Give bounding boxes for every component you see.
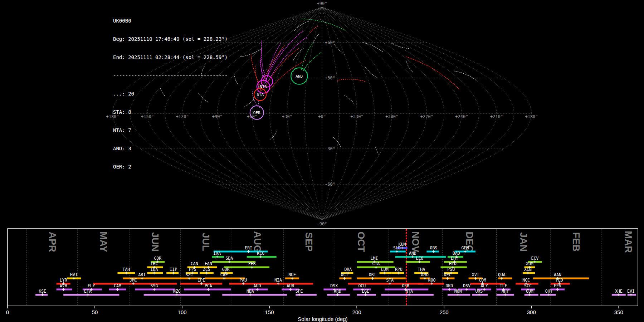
x-tick-label: 150 xyxy=(265,309,274,315)
shower-label-avb: AVB xyxy=(60,283,67,288)
trail-spo xyxy=(243,99,254,107)
trail-nta xyxy=(261,40,267,80)
radiant-label-and: AND xyxy=(296,74,303,79)
map-meridian xyxy=(322,7,409,220)
map-lon-label: +0° xyxy=(318,114,326,119)
sky-map: +180°+150°+120°+90°+60°+30°+0°+330°+300°… xyxy=(0,0,644,228)
trail-spo xyxy=(333,137,341,146)
shower-label-ari: ARI xyxy=(138,272,146,277)
trail-spo xyxy=(294,21,309,31)
trail-spo xyxy=(375,146,379,155)
x-tick-label: 300 xyxy=(527,309,536,315)
shower-label-evi: EVI xyxy=(627,289,635,294)
month-label-jan: JAN xyxy=(518,232,529,252)
shower-label-dad: DAD xyxy=(453,251,460,256)
shower-label-fed: FED xyxy=(556,278,563,283)
map-lon-label: +210° xyxy=(490,114,503,119)
map-meridian xyxy=(322,7,340,220)
shower-label-spe: SPE xyxy=(296,289,303,294)
shower-label-lmi: LMI xyxy=(371,256,378,261)
shower-label-jmc: JMC xyxy=(130,278,137,283)
info-block: UK00B0 Beg: 20251110 17:46:40 (sol = 228… xyxy=(113,6,228,182)
shower-label-oer: OER xyxy=(402,283,409,288)
count-sporadic: ...: 20 xyxy=(113,91,228,97)
shower-label-dpc: DPC xyxy=(444,272,452,277)
count-sta: STA: 8 xyxy=(113,109,228,115)
shower-label-ecv: ECV xyxy=(531,256,539,261)
station-id: UK00B0 xyxy=(113,18,228,24)
shower-label-szc: SZC xyxy=(185,272,193,277)
shower-label-oct: OCT xyxy=(341,272,348,277)
shower-label-obs: OBS xyxy=(430,245,438,250)
map-meridian xyxy=(252,7,322,220)
trail-sta xyxy=(406,57,460,90)
shower-label-qua: QUA xyxy=(498,272,506,277)
x-axis-title: Solar longitude (deg) xyxy=(298,316,347,322)
trail-spo xyxy=(334,43,345,54)
count-nta: NTA: 7 xyxy=(113,127,228,133)
trail-spo xyxy=(406,60,413,72)
shower-label-hvi: HVI xyxy=(70,272,78,277)
shower-label-urs: URS xyxy=(475,289,483,294)
shower-label-per: PER xyxy=(248,261,256,266)
shower-label-com: COM xyxy=(479,278,486,283)
map-lon-label: +240° xyxy=(455,114,468,119)
shower-label-dra: DRA xyxy=(344,267,352,272)
meteor-observation-screen: +180°+150°+120°+90°+60°+30°+0°+330°+300°… xyxy=(0,0,644,322)
shower-label-ipe: IPE xyxy=(197,278,205,283)
activity-timeline: APRMAYJUNJULAUGSEPOCTNOVDECJANFEBMARKUME… xyxy=(0,228,644,322)
session-begin: Beg: 20251110 17:46:40 (sol = 228.23°) xyxy=(113,36,228,42)
shower-label-gem: GEM xyxy=(461,245,469,250)
shower-label-eta: ETA xyxy=(84,289,92,294)
month-label-oct: OCT xyxy=(356,232,366,253)
shower-label-fan: FAN xyxy=(205,261,212,266)
shower-label-fev: FEV xyxy=(554,283,561,288)
shower-label-gdr: GDR xyxy=(222,267,230,272)
shower-label-cor: COR xyxy=(154,256,161,261)
map-lon-label: +270° xyxy=(420,114,433,119)
trail-spo xyxy=(454,71,476,80)
shower-label-ncc: NCC xyxy=(522,278,530,283)
shower-label-dkd: DKD xyxy=(446,283,453,288)
shower-label-nda: NDA xyxy=(247,289,254,294)
trail-nta xyxy=(266,43,281,84)
x-tick-label: 100 xyxy=(178,309,187,315)
shower-label-nta: NTA xyxy=(405,289,413,294)
map-lon-label: +180° xyxy=(525,114,538,119)
map-lat-label: -60° xyxy=(325,182,335,187)
shower-label-nzc: NZC xyxy=(173,289,181,294)
month-label-feb: FEB xyxy=(571,232,581,252)
map-lat-label: +90° xyxy=(317,1,327,6)
trail-spo xyxy=(363,43,383,52)
month-label-apr: APR xyxy=(47,231,58,252)
shower-label-tah: TAH xyxy=(123,267,130,272)
shower-label-ohy: OHY xyxy=(545,289,553,294)
shower-label-aly: ALY xyxy=(480,283,488,288)
shower-label-sld: SLD xyxy=(393,245,401,250)
month-label-jul: JUL xyxy=(200,233,211,251)
trail-spo xyxy=(313,33,320,43)
shower-label-ile: ILE xyxy=(500,283,507,288)
map-lat-label: +30° xyxy=(325,75,335,80)
trail-spo xyxy=(345,96,354,104)
shower-label-eri: ERI xyxy=(245,245,252,250)
shower-label-noo: NOO xyxy=(428,278,436,283)
x-tick-label: 0 xyxy=(6,309,9,315)
shower-label-can: CAN xyxy=(191,261,198,266)
x-tick-label: 50 xyxy=(92,309,98,315)
shower-label-cam: CAM xyxy=(114,283,121,288)
shower-label-psu: PSU xyxy=(447,267,455,272)
x-tick-label: 350 xyxy=(614,309,623,315)
shower-label-xhe: XHE xyxy=(615,289,623,294)
month-label-nov: NOV xyxy=(410,231,421,253)
trail-spo xyxy=(293,49,303,60)
shower-label-lum: LUM xyxy=(381,267,389,272)
trail-and xyxy=(302,43,313,70)
count-and: AND: 3 xyxy=(113,146,228,152)
shower-label-ori: ORI xyxy=(369,272,376,277)
shower-label-mon: MON xyxy=(454,289,462,294)
shower-label-pca: PCA xyxy=(205,283,212,288)
shower-label-xcb: XCB xyxy=(524,267,532,272)
shower-label-ehy: EHY xyxy=(451,256,458,261)
shower-label-nue: NUE xyxy=(288,272,296,277)
